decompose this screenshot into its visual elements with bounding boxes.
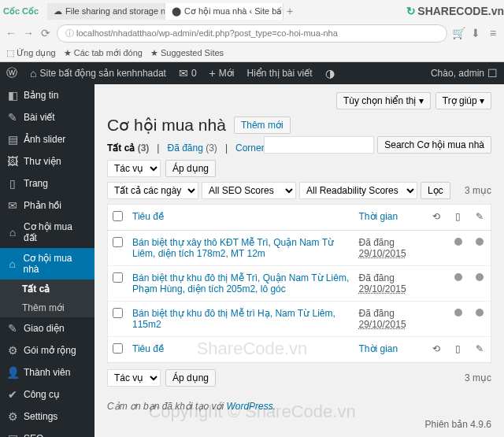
bookmark-item[interactable]: ★ Suggested Sites [150, 48, 224, 58]
sharecode-logo: ↻SHARECODE.vn [406, 5, 504, 17]
dashboard-icon: ◧ [6, 89, 19, 102]
add-new-button[interactable]: Thêm mới [234, 117, 291, 134]
filter-all[interactable]: Tất cả (3) [107, 143, 149, 154]
new-tab-button[interactable]: + [284, 5, 296, 17]
sidebar-item-settings[interactable]: ⚙Settings [0, 406, 94, 428]
table-row: Bán biệt thự khu đô thị Mễ Trì, Quận Nam… [108, 266, 491, 302]
posts-icon: ✎ [6, 111, 19, 124]
appearance-icon: ✎ [6, 322, 19, 335]
reload-icon[interactable]: ⟳ [39, 27, 52, 39]
content-area: Tùy chọn hiển thị ▾ Trợ giúp ▾ Cơ hội mu… [94, 84, 504, 437]
date-filter-select[interactable]: Tất cả các ngày [107, 182, 198, 199]
favicon-icon: ⬤ [172, 6, 181, 17]
readability-dot-icon [476, 238, 484, 246]
apply-button[interactable]: Áp dụng [165, 369, 216, 387]
new-content-link[interactable]: +Mới [203, 67, 241, 80]
menu-icon[interactable]: ≡ [487, 27, 499, 39]
sidebar-item-dashboard[interactable]: ◧Bảng tin [0, 84, 94, 106]
feedback-icon: ✉ [6, 199, 19, 212]
col-readability-icon: ✎ [469, 337, 491, 363]
sidebar-item-plugins[interactable]: ⚙Gói mở rộng [0, 339, 94, 361]
col-date[interactable]: Thời gian [359, 343, 398, 354]
sidebar-item-users[interactable]: 👤Thành viên [0, 361, 94, 383]
sidebar-item-feedback[interactable]: ✉Phản hồi [0, 194, 94, 217]
account-link[interactable]: Chào, admin ☐ [424, 67, 504, 80]
readability-filter-select[interactable]: All Readability Scores [299, 182, 417, 199]
sidebar-item-posts[interactable]: ✎Bài viết [0, 106, 94, 128]
browser-logo: Cốc Cốc [3, 6, 47, 17]
select-all-checkbox[interactable] [113, 211, 123, 221]
sidebar-item-appearance[interactable]: ✎Giao diện [0, 317, 94, 339]
sidebar-item-media[interactable]: 🖼Thư viện [0, 150, 94, 172]
table-row: Bán biệt thự xây thô KĐT Mễ Trì, Quận Na… [108, 231, 491, 266]
back-icon[interactable]: ← [5, 27, 17, 39]
view-post-link[interactable]: Hiển thị bài viết [240, 68, 318, 79]
submenu-add-new[interactable]: Thêm mới [0, 298, 94, 317]
col-date[interactable]: Thời gian [359, 211, 398, 222]
page-title: Cơ hội mua nhà [107, 116, 226, 135]
browser-tab[interactable]: ⬤Cơ hội mua nhà ‹ Site bất× [165, 3, 284, 20]
row-checkbox[interactable] [113, 237, 123, 247]
bookmark-bar: ⬚ Ứng dụng ★ Các tab mới đóng ★ Suggeste… [0, 44, 504, 61]
screen-options-button[interactable]: Tùy chọn hiển thị ▾ [336, 92, 431, 109]
version-label: Phiên bản 4.9.6 [425, 419, 491, 430]
sidebar-item-slider[interactable]: ▤Ảnh slider [0, 128, 94, 150]
sidebar-item-tools[interactable]: ✔Công cụ [0, 383, 94, 406]
col-title[interactable]: Tiêu đề [132, 211, 164, 222]
col-links-icon: ⟲ [425, 337, 447, 363]
col-seo-icon: ▯ [447, 337, 469, 363]
sidebar-item-buy-house[interactable]: ⌂Cơ hội mua nhà [0, 248, 94, 280]
tools-icon: ✔ [6, 388, 19, 401]
sidebar-item-buy-land[interactable]: ⌂Cơ hội mua đất [0, 217, 94, 248]
footer-note: Cảm ơn bạn đã khởi tạo với WordPress. [107, 401, 491, 412]
pages-icon: ▯ [6, 177, 19, 190]
submenu-all[interactable]: Tất cả [0, 280, 94, 298]
seo-dot-icon [454, 238, 462, 246]
post-title-link[interactable]: Bán biệt thự khu đô thị Mễ trì Hạ, Nam T… [132, 308, 335, 330]
table-row: Bán biệt thự khu đô thị Mễ trì Hạ, Nam T… [108, 302, 491, 337]
row-checkbox[interactable] [113, 308, 123, 318]
seo-icon[interactable]: ◑ [319, 67, 341, 80]
address-bar[interactable]: ⓘ localhost/nhadatthao/wp-admin/edit.php… [57, 24, 447, 43]
post-title-link[interactable]: Bán biệt thự khu đô thị Mễ Trì, Quận Nam… [132, 272, 349, 294]
seo-dot-icon [454, 273, 462, 281]
bulk-action-select[interactable]: Tác vụ [107, 369, 161, 387]
wp-logo-icon[interactable]: ⓦ [0, 66, 24, 80]
bookmark-item[interactable]: ★ Các tab mới đóng [64, 48, 143, 58]
search-button[interactable]: Search Cơ hội mua nhà [377, 136, 491, 154]
apply-button[interactable]: Áp dụng [165, 160, 216, 177]
settings-icon: ⚙ [6, 410, 19, 423]
home-icon: ⌂ [6, 226, 19, 239]
readability-dot-icon [476, 309, 484, 317]
seo-icon: ▤ [6, 432, 19, 437]
browser-tab[interactable]: ☁File sharing and storage n× [47, 3, 165, 20]
posts-table: Tiêu đề Thời gian ⟲ ▯ ✎ Bán biệt thự xây… [107, 204, 491, 363]
help-button[interactable]: Trợ giúp ▾ [435, 92, 491, 109]
wordpress-link[interactable]: WordPress [226, 401, 272, 412]
readability-dot-icon [476, 273, 484, 281]
col-readability-icon: ✎ [469, 205, 491, 231]
bulk-action-select[interactable]: Tác vụ [107, 160, 161, 177]
result-count: 3 mục [465, 185, 491, 196]
result-count: 3 mục [465, 372, 491, 383]
post-title-link[interactable]: Bán biệt thự xây thô KĐT Mễ Trì, Quận Na… [132, 237, 334, 259]
download-icon[interactable]: ⬇ [469, 27, 482, 39]
comments-link[interactable]: ✉0 [172, 67, 203, 80]
search-input[interactable] [264, 136, 374, 154]
site-link[interactable]: ⌂Site bất động sản kenhnhadat [24, 67, 172, 80]
cart-icon[interactable]: 🛒 [452, 27, 465, 39]
select-all-checkbox[interactable] [113, 343, 123, 354]
row-checkbox[interactable] [113, 272, 123, 283]
sidebar-item-pages[interactable]: ▯Trang [0, 172, 94, 194]
forward-icon[interactable]: → [22, 27, 35, 39]
media-icon: 🖼 [6, 155, 19, 168]
wp-admin-bar: ⓦ ⌂Site bất động sản kenhnhadat ✉0 +Mới … [0, 62, 504, 84]
filter-published[interactable]: Đã đăng (3) [167, 143, 217, 154]
col-title[interactable]: Tiêu đề [132, 343, 164, 354]
bookmark-item[interactable]: ⬚ Ứng dụng [6, 48, 56, 58]
browser-chrome: Cốc Cốc ☁File sharing and storage n× ⬤Cơ… [0, 0, 504, 62]
filter-button[interactable]: Lọc [421, 182, 450, 199]
col-links-icon: ⟲ [425, 205, 447, 231]
sidebar-item-seo[interactable]: ▤SEO [0, 428, 94, 437]
seo-filter-select[interactable]: All SEO Scores [202, 182, 296, 199]
